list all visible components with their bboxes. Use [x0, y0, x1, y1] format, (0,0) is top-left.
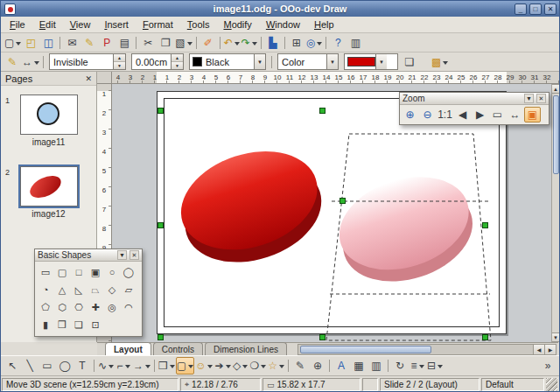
basic-shapes-icon[interactable]: ▢ [176, 357, 194, 374]
vertical-scrollbar-track[interactable] [552, 94, 560, 332]
dropdown-caret-icon[interactable] [317, 42, 322, 46]
shape-rectangle-icon[interactable]: ▭ [38, 264, 53, 281]
shape-ellipse-icon[interactable]: ◯ [121, 264, 136, 281]
selection-handle[interactable] [319, 108, 326, 114]
arrange-icon[interactable]: ⊟ [426, 357, 444, 374]
menu-edit[interactable]: Edit [32, 18, 63, 32]
minimize-button[interactable]: _ [514, 4, 527, 15]
scroll-left-icon[interactable]: ◀ [533, 345, 544, 354]
new-document-icon[interactable]: ▢ [4, 34, 22, 52]
menu-file[interactable]: File [3, 18, 32, 32]
shape-right-triangle-icon[interactable]: ◺ [71, 282, 87, 298]
shape-cylinder-icon[interactable]: ▮ [38, 317, 53, 333]
visible-buttons-icon[interactable]: ▩ [430, 53, 449, 71]
callouts-icon[interactable]: ❍ [249, 357, 268, 374]
close-icon[interactable]: ✕ [85, 74, 92, 83]
palette-title-bar[interactable]: Zoom ▼ ✕ [400, 93, 549, 105]
shape-isosceles-triangle-icon[interactable]: △ [54, 282, 70, 298]
glue-points-icon[interactable]: ⊕ [309, 357, 326, 374]
page-thumbnail-2[interactable]: 2 image12 [1, 166, 96, 219]
page-thumbnail-image[interactable] [20, 166, 78, 206]
line-icon[interactable]: ╲ [21, 357, 38, 374]
page-thumbnail-image[interactable] [20, 94, 78, 135]
chevron-down-icon[interactable]: ▼ [326, 54, 338, 69]
dropdown-caret-icon[interactable] [279, 365, 284, 368]
resize-grip[interactable] [546, 378, 557, 391]
horizontal-scrollbar[interactable]: ◀ ▶ [298, 344, 556, 355]
spin-up-icon[interactable]: ▲ [114, 54, 125, 61]
fontwork-icon[interactable]: A [332, 357, 350, 374]
pink-3d-disc-preview[interactable] [327, 161, 485, 297]
tab-layout[interactable]: Layout [105, 342, 151, 355]
basic-shapes-floating-toolbar[interactable]: Basic Shapes ▼ ✕ ▭▢□▣○◯◔△◺⏢◇▱⬠⬡⎔✚◎◠▮❒❏⊡ [34, 248, 143, 337]
page-thumbnail-1[interactable]: 1 image11 [1, 94, 96, 147]
line-width-spinner[interactable]: ▲ ▼ [171, 54, 183, 69]
shape-ring-icon[interactable]: ◎ [104, 299, 120, 316]
edit-points-icon[interactable]: ✎ [291, 357, 309, 374]
page-width-icon[interactable]: ↔ [507, 107, 523, 122]
spin-down-icon[interactable]: ▼ [114, 61, 125, 69]
menu-view[interactable]: View [63, 18, 98, 32]
tab-controls[interactable]: Controls [153, 342, 203, 355]
shape-cross-icon[interactable]: ✚ [88, 299, 103, 316]
chart-icon[interactable]: ▙ [264, 34, 282, 52]
maximize-button[interactable]: □ [529, 4, 542, 15]
zoom-previous-icon[interactable]: ◀ [454, 107, 471, 122]
text-icon[interactable]: T [74, 357, 91, 374]
palette-menu-icon[interactable]: ▼ [524, 94, 534, 103]
page-style-indicator[interactable]: Default [481, 378, 544, 391]
chevron-down-icon[interactable]: ▼ [254, 54, 265, 69]
help-icon[interactable]: ? [329, 34, 346, 52]
tab-dimension-lines[interactable]: Dimension Lines [205, 342, 287, 355]
dropdown-caret-icon[interactable] [242, 365, 248, 368]
shape-cube-icon[interactable]: ❒ [54, 317, 70, 333]
slide-indicator[interactable]: Slide 2 / 2 (Layout) [380, 378, 480, 391]
clone-formatting-icon[interactable]: ✐ [200, 34, 217, 52]
block-arrows-icon[interactable]: ➔ [214, 357, 231, 374]
area-style-select[interactable]: Color ▼ [277, 53, 339, 70]
close-button[interactable]: ✕ [544, 4, 556, 15]
menu-modify[interactable]: Modify [216, 18, 258, 32]
shape-trapezoid-icon[interactable]: ⏢ [88, 282, 103, 298]
edit-file-icon[interactable]: ✎ [80, 34, 98, 52]
export-pdf-icon[interactable]: P [98, 34, 116, 52]
spin-up-icon[interactable]: ▲ [172, 54, 183, 61]
palette-title-bar[interactable]: Basic Shapes ▼ ✕ [35, 249, 142, 262]
menu-insert[interactable]: Insert [97, 18, 136, 32]
dropdown-caret-icon[interactable] [188, 365, 193, 368]
curve-icon[interactable]: ∿ [97, 357, 115, 374]
close-icon[interactable]: ✕ [130, 250, 139, 260]
zoom-100-icon[interactable]: 1:1 [437, 107, 453, 122]
paste-icon[interactable]: ▧ [174, 34, 192, 52]
redo-icon[interactable]: ↷ [241, 34, 258, 52]
horizontal-ruler[interactable]: 4321123456789101112131415161718192021222… [112, 72, 560, 84]
stars-icon[interactable]: ☆ [267, 357, 285, 374]
selection-handle[interactable] [482, 222, 488, 228]
edit-points-icon[interactable]: ✎ [4, 53, 21, 71]
dropdown-caret-icon[interactable] [438, 365, 443, 368]
selection-handle[interactable] [158, 108, 164, 114]
dropdown-caret-icon[interactable] [170, 365, 175, 368]
selection-handle[interactable] [340, 198, 346, 204]
shadow-toggle-icon[interactable]: ❏ [401, 53, 418, 71]
zoom-out-icon[interactable]: ⊖ [419, 107, 436, 122]
select-icon[interactable]: ↖ [4, 357, 21, 374]
document-as-email-icon[interactable]: ✉ [63, 34, 80, 52]
shape-folded-corner-icon[interactable]: ❏ [71, 317, 87, 333]
vertical-scrollbar[interactable]: ▲ ▼ [551, 84, 560, 342]
dropdown-caret-icon[interactable] [234, 42, 240, 46]
chevron-down-icon[interactable]: ▼ [375, 54, 387, 69]
line-width-input[interactable]: 0.00cm ▲ ▼ [131, 53, 184, 70]
spin-down-icon[interactable]: ▼ [172, 61, 183, 69]
dropdown-caret-icon[interactable] [125, 365, 130, 368]
dropdown-caret-icon[interactable] [145, 365, 150, 368]
dropdown-caret-icon[interactable] [16, 42, 21, 46]
zoom-next-icon[interactable]: ▶ [472, 107, 488, 122]
symbol-shapes-icon[interactable]: ☺ [194, 357, 214, 374]
flowcharts-icon[interactable]: ◇ [232, 357, 249, 374]
object-zoom-icon[interactable]: ▣ [524, 107, 541, 122]
selection-handle[interactable] [158, 334, 164, 340]
selection-handle[interactable] [158, 222, 164, 228]
menu-help[interactable]: Help [307, 18, 341, 32]
fill-color-select[interactable]: ▼ [344, 53, 398, 70]
